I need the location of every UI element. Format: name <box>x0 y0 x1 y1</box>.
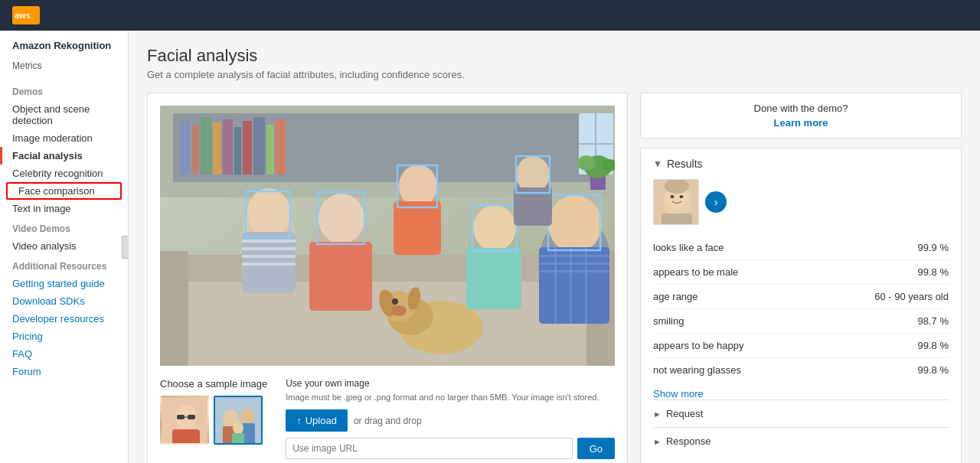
svg-rect-46 <box>394 201 441 255</box>
svg-rect-9 <box>234 127 241 174</box>
svg-rect-69 <box>177 415 185 419</box>
sidebar-section-video: Video Demos <box>0 217 128 237</box>
sidebar-item-text-in-image[interactable]: Text in image <box>0 200 128 217</box>
demo-banner: Done with the demo? Learn more <box>640 93 962 139</box>
svg-point-77 <box>233 421 243 435</box>
svg-rect-58 <box>554 247 557 324</box>
svg-rect-56 <box>539 262 609 265</box>
sample-thumb-family[interactable] <box>214 396 263 445</box>
sample-thumbs <box>160 396 267 445</box>
sidebar-item-object-scene[interactable]: Object and scene detection <box>0 100 128 129</box>
svg-point-45 <box>399 165 437 207</box>
svg-rect-55 <box>539 255 609 257</box>
sidebar-item-celebrity[interactable]: Celebrity recognition <box>0 165 128 182</box>
sample-thumb-selfie[interactable] <box>160 396 209 445</box>
svg-rect-59 <box>570 247 572 324</box>
result-value: 60 - 90 years old <box>874 291 949 302</box>
svg-rect-10 <box>243 121 252 174</box>
svg-rect-35 <box>242 240 296 243</box>
sample-images-label: Choose a sample image <box>160 378 267 390</box>
upload-note: Image must be .jpeg or .png format and n… <box>286 392 615 403</box>
svg-point-83 <box>680 195 684 198</box>
family-image-container <box>160 106 615 366</box>
result-row: age range 60 - 90 years old <box>653 285 949 309</box>
upload-title: Use your own image <box>286 378 615 389</box>
result-label: looks like a face <box>653 242 724 253</box>
svg-rect-85 <box>662 214 692 225</box>
aws-logo: aws <box>12 6 40 24</box>
svg-text:aws: aws <box>15 11 31 20</box>
svg-rect-5 <box>191 125 199 174</box>
left-panel: Choose a sample image <box>147 93 628 463</box>
drag-drop-text: or drag and drop <box>354 416 422 426</box>
sidebar-toggle[interactable]: ‹ <box>122 236 129 259</box>
sidebar-item-image-mod[interactable]: Image moderation <box>0 129 128 147</box>
sidebar-section-demos: Demos <box>0 80 128 100</box>
content-area: Choose a sample image <box>147 93 962 463</box>
result-value: 99.9 % <box>918 242 949 253</box>
face-next-arrow[interactable]: › <box>705 191 727 213</box>
svg-rect-36 <box>242 247 296 250</box>
svg-rect-38 <box>242 262 296 266</box>
svg-point-41 <box>318 194 364 244</box>
top-navigation: aws <box>0 0 980 31</box>
sidebar-item-metrics[interactable]: Metrics <box>0 60 128 80</box>
sidebar-item-facial-analysis[interactable]: Facial analysis <box>0 147 128 165</box>
face-avatar <box>653 179 699 225</box>
svg-point-53 <box>548 195 602 253</box>
svg-rect-70 <box>188 415 195 419</box>
svg-point-19 <box>577 155 596 171</box>
sample-section: Choose a sample image <box>160 378 615 459</box>
svg-point-63 <box>516 156 550 193</box>
upload-row: ↑ Upload or drag and drop <box>286 409 615 432</box>
sidebar-item-download-sdks[interactable]: Download SDKs <box>0 292 128 310</box>
result-value: 99.8 % <box>918 340 949 351</box>
result-label: appears to be happy <box>653 340 744 351</box>
url-row: Go <box>286 438 615 459</box>
svg-rect-8 <box>223 119 233 174</box>
upload-button[interactable]: ↑ Upload <box>286 409 348 432</box>
result-value: 99.8 % <box>918 266 949 278</box>
result-row: appears to be male 99.8 % <box>653 260 949 285</box>
results-panel: ▼ Results <box>640 148 962 463</box>
svg-point-75 <box>240 408 254 425</box>
url-input[interactable] <box>286 438 572 459</box>
svg-rect-13 <box>276 119 286 174</box>
request-arrow: ► <box>653 409 662 419</box>
sidebar-item-pricing[interactable]: Pricing <box>0 328 128 345</box>
sidebar-item-getting-started[interactable]: Getting started guide <box>0 275 128 292</box>
response-section[interactable]: ► Response <box>653 427 949 455</box>
learn-more-link[interactable]: Learn more <box>774 117 828 129</box>
svg-rect-11 <box>253 117 265 174</box>
sidebar-item-video-analysis[interactable]: Video analysis <box>0 237 128 255</box>
svg-point-31 <box>391 305 407 316</box>
svg-rect-78 <box>232 433 244 445</box>
svg-rect-4 <box>181 121 190 174</box>
request-label: Request <box>666 408 703 419</box>
family-photo <box>160 106 615 366</box>
result-label: not wearing glasses <box>653 364 741 376</box>
svg-rect-7 <box>213 122 221 174</box>
sidebar-item-forum[interactable]: Forum <box>0 363 128 380</box>
upload-icon: ↑ <box>296 415 302 426</box>
results-header[interactable]: ▼ Results <box>653 158 949 170</box>
result-row: looks like a face 99.9 % <box>653 236 949 260</box>
upload-section: Use your own image Image must be .jpeg o… <box>286 378 615 459</box>
svg-point-33 <box>247 188 290 237</box>
sidebar-item-faq[interactable]: FAQ <box>0 345 128 363</box>
svg-rect-50 <box>466 248 521 309</box>
family-photo-svg <box>160 106 615 366</box>
page-title: Facial analysis <box>147 46 962 66</box>
show-more-link[interactable]: Show more <box>653 388 704 399</box>
sidebar-section-resources: Additional Resources <box>0 255 128 275</box>
results-collapse-arrow: ▼ <box>653 158 662 169</box>
svg-rect-57 <box>539 270 609 272</box>
go-button[interactable]: Go <box>577 438 615 459</box>
demo-banner-text: Done with the demo? <box>653 103 949 114</box>
svg-rect-42 <box>309 242 372 311</box>
sidebar-item-face-comparison[interactable]: Face comparison <box>6 182 122 200</box>
sidebar-item-dev-resources[interactable]: Developer resources <box>0 310 128 328</box>
response-label: Response <box>666 435 711 447</box>
result-label: age range <box>653 291 698 302</box>
request-section[interactable]: ► Request <box>653 399 949 427</box>
